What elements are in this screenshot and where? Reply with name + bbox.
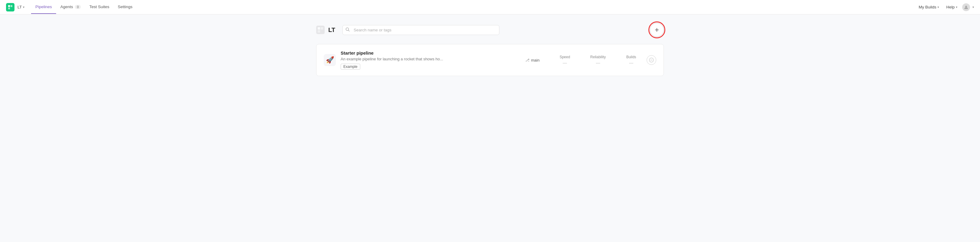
minus-circle-icon xyxy=(649,57,654,62)
search-input[interactable] xyxy=(342,25,500,35)
logo xyxy=(6,3,14,11)
svg-rect-8 xyxy=(318,30,320,33)
svg-line-10 xyxy=(348,30,349,31)
pipeline-tags: Example xyxy=(340,64,520,70)
pipeline-metrics: Speed — Reliability — Builds — xyxy=(554,55,642,65)
nav-item-test-suites[interactable]: Test Suites xyxy=(85,0,113,14)
pipeline-list: 🚀 Starter pipeline An example pipeline f… xyxy=(316,44,664,76)
buildkite-logo-icon xyxy=(6,3,14,11)
svg-rect-7 xyxy=(321,27,323,30)
workspace-selector[interactable]: LT ▾ xyxy=(16,4,26,11)
svg-rect-6 xyxy=(318,27,320,30)
pipeline-info: Starter pipeline An example pipeline for… xyxy=(340,50,520,70)
nav-pipelines-label: Pipelines xyxy=(35,5,52,9)
main-nav: Pipelines Agents 0 Test Suites Settings xyxy=(31,0,916,14)
workspace-label: LT xyxy=(18,5,22,10)
nav-test-suites-label: Test Suites xyxy=(89,5,109,9)
svg-rect-5 xyxy=(316,25,325,34)
pipeline-emoji: 🚀 xyxy=(324,54,336,66)
add-button-wrap: + xyxy=(650,23,664,37)
header-right: My Builds ▾ Help ▾ ▾ xyxy=(916,3,974,11)
svg-rect-1 xyxy=(8,5,10,7)
account-chevron-icon[interactable]: ▾ xyxy=(972,5,974,9)
branch-name: main xyxy=(531,58,539,62)
page-header: LT + xyxy=(316,23,664,37)
pipeline-branch: ⎇ main xyxy=(525,58,549,62)
my-builds-label: My Builds xyxy=(919,5,937,10)
main-header: LT ▾ Pipelines Agents 0 Test Suites Sett… xyxy=(0,0,980,14)
avatar[interactable] xyxy=(962,3,970,11)
user-icon xyxy=(964,5,968,10)
builds-value: — xyxy=(620,61,642,65)
nav-agents-label: Agents xyxy=(60,5,73,9)
workspace-chevron-icon: ▾ xyxy=(23,5,24,9)
help-label: Help xyxy=(946,5,955,10)
metric-builds: Builds — xyxy=(620,55,642,65)
builds-label: Builds xyxy=(620,55,642,59)
my-builds-button[interactable]: My Builds ▾ xyxy=(916,3,942,11)
my-builds-chevron-icon: ▾ xyxy=(937,5,939,9)
help-button[interactable]: Help ▾ xyxy=(944,3,960,11)
speed-label: Speed xyxy=(554,55,575,59)
nav-item-agents[interactable]: Agents 0 xyxy=(56,0,85,14)
pipeline-card: 🚀 Starter pipeline An example pipeline f… xyxy=(316,44,664,76)
metric-reliability: Reliability — xyxy=(587,55,609,65)
svg-rect-2 xyxy=(11,5,13,7)
branch-icon: ⎇ xyxy=(525,58,530,62)
main-content: LT + 🚀 Starter pipeline An example pipel… xyxy=(309,14,671,84)
page-title: LT xyxy=(328,27,335,33)
pipeline-description: An example pipeline for launching a rock… xyxy=(340,57,520,61)
svg-rect-0 xyxy=(6,3,14,11)
pipeline-tag[interactable]: Example xyxy=(340,64,360,70)
search-icon xyxy=(345,27,350,33)
nav-item-pipelines[interactable]: Pipelines xyxy=(31,0,56,14)
search-bar xyxy=(342,25,500,35)
nav-item-settings[interactable]: Settings xyxy=(113,0,137,14)
reliability-value: — xyxy=(587,61,609,65)
metric-speed: Speed — xyxy=(554,55,575,65)
speed-value: — xyxy=(554,61,575,65)
page-title-area: LT xyxy=(316,25,335,34)
pipeline-options-button[interactable] xyxy=(647,55,656,65)
svg-rect-3 xyxy=(8,7,10,9)
reliability-label: Reliability xyxy=(587,55,609,59)
workspace-page-icon xyxy=(316,25,325,34)
pipeline-actions xyxy=(647,55,656,65)
help-chevron-icon: ▾ xyxy=(956,5,958,9)
add-pipeline-button[interactable]: + xyxy=(650,23,664,37)
nav-settings-label: Settings xyxy=(118,5,132,9)
pipeline-name[interactable]: Starter pipeline xyxy=(340,50,520,56)
agents-badge: 0 xyxy=(75,5,81,9)
